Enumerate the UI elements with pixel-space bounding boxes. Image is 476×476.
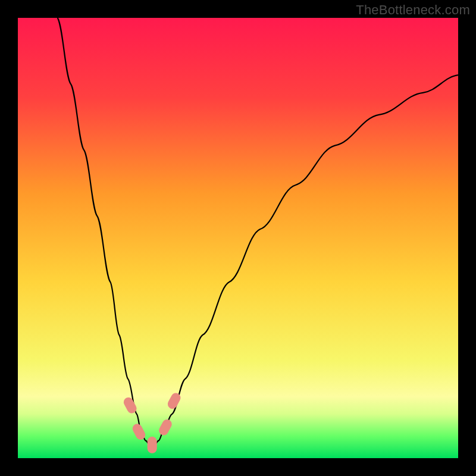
watermark-text: TheBottleneck.com — [356, 2, 470, 18]
plot-background-gradient — [18, 18, 458, 458]
plot-frame — [18, 18, 458, 458]
svg-rect-0 — [18, 18, 458, 458]
